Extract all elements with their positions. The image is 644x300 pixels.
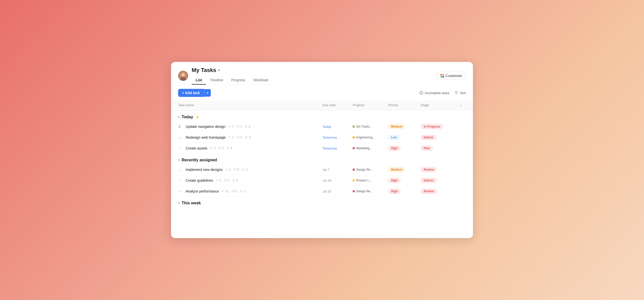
task-name-text-t1: Update navigation design xyxy=(186,125,225,129)
task-icon-check: ○ xyxy=(178,178,183,183)
section-chevron-recently_assigned: ▾ xyxy=(178,158,180,162)
task-comments-t1: 1 xyxy=(236,125,242,128)
project-dot-t2 xyxy=(353,136,355,138)
lightning-icon: ⚡ xyxy=(195,115,199,119)
stage-badge-t5: Deliver xyxy=(421,178,437,183)
task-stage-t3: Plan xyxy=(421,145,456,151)
project-name-t1: QA Tracki... xyxy=(356,125,372,128)
section-header-recently_assigned[interactable]: ▾ Recently assigned xyxy=(171,154,473,164)
add-task-dropdown-button[interactable]: ▾ xyxy=(204,89,211,97)
task-subtasks-t4: 2 xyxy=(242,168,248,171)
task-likes-t3: 3 xyxy=(210,146,215,150)
project-dot-t3 xyxy=(353,147,355,149)
like-icon xyxy=(210,147,213,150)
task-row[interactable]: ⧗ Update navigation design 2 1 xyxy=(171,121,473,132)
toolbar-right: Incomplete tasks Sort xyxy=(419,91,466,95)
header: My Tasks ▾ List Timeline Progress Worklo… xyxy=(171,62,473,85)
incomplete-tasks-filter[interactable]: Incomplete tasks xyxy=(419,91,450,95)
task-icon-hourglass: ⧗ xyxy=(178,124,183,129)
task-name-cell-t3: ○ Create assets 3 2 xyxy=(178,146,323,151)
like-icon xyxy=(228,136,231,139)
subtask-icon xyxy=(245,125,248,128)
task-likes-t6: 12 xyxy=(221,190,228,193)
project-dot-t5 xyxy=(353,179,355,181)
task-stage-t6: Review xyxy=(421,189,456,194)
incomplete-tasks-icon xyxy=(419,91,423,95)
section-title-this_week: This week xyxy=(182,201,201,205)
task-subtasks-t5: 8 xyxy=(232,179,238,182)
comment-icon xyxy=(218,147,221,150)
task-due-date-t2: Tomorrow xyxy=(323,136,353,139)
section-header-this_week[interactable]: ▾ This week xyxy=(171,197,473,207)
subtask-icon xyxy=(242,168,245,171)
task-name-cell-t2: ◇ Redesign web homepage 2 2 xyxy=(178,135,323,140)
task-due-date-t4: Jul 7 xyxy=(323,168,353,172)
task-row[interactable]: ○ Analyze performance 12 2 xyxy=(171,186,473,197)
task-project-t1: QA Tracki... xyxy=(353,125,388,128)
task-name-cell-t1: ⧗ Update navigation design 2 1 xyxy=(178,124,323,129)
project-name-t5: Product L... xyxy=(356,179,372,182)
priority-badge-t1: Medium xyxy=(388,124,405,129)
priority-badge-t5: High xyxy=(388,178,401,183)
header-left: My Tasks ▾ List Timeline Progress Worklo… xyxy=(178,67,272,85)
task-row[interactable]: ○ Implement new designs 2 2 xyxy=(171,164,473,175)
title-chevron-icon[interactable]: ▾ xyxy=(218,68,220,72)
task-priority-t6: High xyxy=(388,189,421,194)
task-stage-t2: Deliver xyxy=(421,135,456,140)
priority-badge-t4: Medium xyxy=(388,167,405,172)
task-meta-t5: 2 1 8 xyxy=(216,179,238,182)
tab-timeline[interactable]: Timeline xyxy=(206,76,227,85)
task-priority-t3: High xyxy=(388,145,421,151)
task-row[interactable]: ○ Create assets 3 2 xyxy=(171,143,473,154)
col-priority: Priority xyxy=(388,103,421,108)
task-comments-t6: 2 xyxy=(232,190,237,193)
col-projects: Projects xyxy=(353,103,388,108)
customize-button[interactable]: Customize xyxy=(437,72,466,80)
task-comments-t2: 2 xyxy=(236,136,242,139)
sort-icon xyxy=(454,91,458,95)
tab-list[interactable]: List xyxy=(192,76,206,85)
comment-icon xyxy=(234,168,237,171)
task-subtasks-t6: 2 xyxy=(240,190,246,193)
task-subtasks-t1: 2 xyxy=(245,125,250,128)
task-meta-t2: 2 2 4 xyxy=(228,136,251,139)
task-name-cell-t5: ○ Create guidelines 2 1 xyxy=(178,178,323,183)
task-row[interactable]: ○ Create guidelines 2 1 xyxy=(171,175,473,186)
section-header-today[interactable]: ▾ Today ⚡ xyxy=(171,111,473,121)
comment-icon xyxy=(236,125,239,128)
section-chevron-this_week: ▾ xyxy=(178,201,180,205)
task-priority-t4: Medium xyxy=(388,167,421,172)
avatar xyxy=(178,71,188,81)
add-column-button[interactable]: + xyxy=(456,103,466,108)
like-icon xyxy=(216,179,219,182)
tab-progress[interactable]: Progress xyxy=(227,76,249,85)
add-task-main-button[interactable]: + Add task xyxy=(178,89,204,97)
sort-button[interactable]: Sort xyxy=(454,91,466,95)
task-likes-t5: 2 xyxy=(216,179,221,182)
task-subtasks-t3: 3 xyxy=(227,146,232,150)
section-title-recently_assigned: Recently assigned xyxy=(182,158,217,162)
task-name-group-t6: Analyze performance 12 2 2 xyxy=(186,189,246,193)
project-dot-t1 xyxy=(353,126,355,128)
section-title-today: Today xyxy=(182,115,193,119)
title-row: My Tasks ▾ xyxy=(192,67,272,73)
task-due-date-t6: Jul 25 xyxy=(323,190,353,193)
page-title: My Tasks xyxy=(192,67,216,73)
task-name-cell-t4: ○ Implement new designs 2 2 xyxy=(178,167,323,172)
avatar-image xyxy=(178,71,188,81)
comment-icon xyxy=(236,136,239,139)
like-icon xyxy=(221,190,224,193)
task-subtasks-t2: 4 xyxy=(245,136,251,139)
task-project-t6: Design Re... xyxy=(353,190,388,193)
subtask-icon xyxy=(245,136,248,139)
tab-workload[interactable]: Workload xyxy=(249,76,272,85)
task-name-group-t4: Implement new designs 2 2 2 xyxy=(186,168,248,172)
table-header: Task name Due date Projects Priority Sta… xyxy=(171,101,473,111)
like-icon xyxy=(228,125,231,128)
project-dot-t6 xyxy=(353,190,355,192)
task-row[interactable]: ◇ Redesign web homepage 2 2 xyxy=(171,132,473,143)
sections-container: ▾ Today ⚡ ⧗ Update navigation design 2 1 xyxy=(171,111,473,207)
task-project-t3: Marketing... xyxy=(353,146,388,150)
task-name-group-t2: Redesign web homepage 2 2 4 xyxy=(186,135,251,139)
like-icon xyxy=(225,168,228,171)
